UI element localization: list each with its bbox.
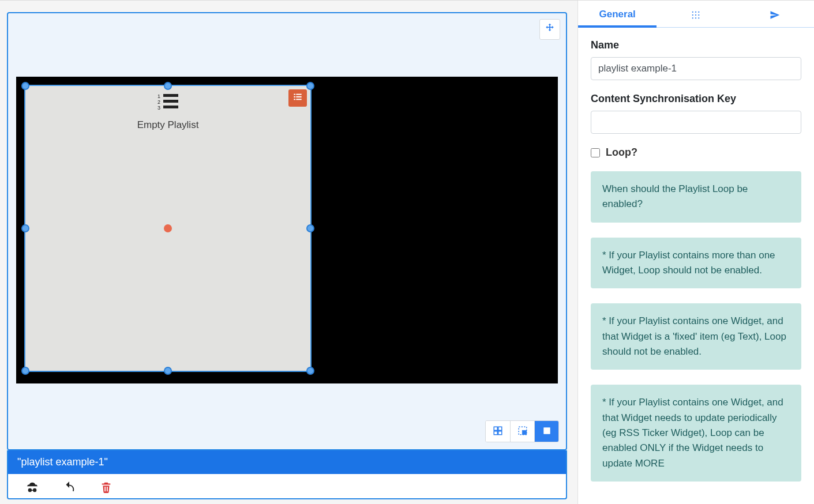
svg-rect-5 — [296, 99, 301, 100]
view-grid-button[interactable] — [486, 421, 510, 442]
grid-dots-icon — [691, 9, 701, 20]
name-input[interactable] — [591, 57, 801, 80]
tab-general[interactable]: General — [578, 1, 657, 27]
svg-rect-17 — [522, 430, 527, 435]
svg-rect-14 — [494, 431, 497, 434]
svg-text:2: 2 — [157, 99, 160, 105]
svg-rect-15 — [498, 431, 502, 434]
svg-rect-7 — [163, 94, 178, 97]
region-type-badge — [288, 89, 307, 107]
trash-icon — [100, 481, 112, 495]
svg-rect-18 — [543, 427, 550, 434]
resize-handle-bl[interactable] — [21, 367, 29, 375]
svg-point-22 — [692, 14, 693, 15]
action-toolbar — [7, 474, 567, 499]
loop-checkbox[interactable] — [591, 148, 600, 157]
tab-general-label: General — [599, 9, 636, 20]
svg-rect-2 — [294, 96, 295, 97]
resize-handle-br[interactable] — [306, 367, 314, 375]
marquee-icon — [517, 426, 528, 438]
resize-handle-tr[interactable] — [306, 82, 314, 90]
svg-point-24 — [699, 14, 700, 15]
square-icon — [542, 426, 552, 438]
svg-point-21 — [699, 11, 700, 12]
hint-1: * If your Playlist contains more than on… — [591, 238, 801, 289]
svg-rect-13 — [498, 427, 502, 430]
name-label: Name — [591, 39, 801, 51]
region-center-dot — [164, 224, 172, 232]
hint-2: * If your Playlist contains one Widget, … — [591, 303, 801, 370]
form-body: Name Content Synchronisation Key Loop? W… — [578, 28, 814, 504]
sync-key-group: Content Synchronisation Key — [591, 93, 801, 134]
grid-icon — [493, 426, 503, 438]
loop-group: Loop? — [591, 146, 801, 159]
move-handle-button[interactable] — [539, 19, 560, 40]
svg-rect-11 — [163, 106, 178, 108]
loop-label: Loop? — [606, 146, 637, 159]
move-icon — [544, 22, 556, 36]
svg-rect-12 — [494, 427, 497, 430]
stage[interactable]: 1 2 3 Empty Playlist — [16, 77, 558, 383]
svg-rect-1 — [296, 94, 301, 95]
editor-pane: 1 2 3 Empty Playlist — [0, 1, 577, 504]
svg-point-26 — [695, 17, 696, 18]
canvas-frame: 1 2 3 Empty Playlist — [7, 12, 567, 450]
svg-text:3: 3 — [157, 105, 160, 111]
region-label: Empty Playlist — [137, 119, 199, 131]
svg-rect-0 — [294, 94, 295, 95]
resize-handle-mr[interactable] — [306, 224, 314, 232]
selection-title-bar: "playlist example-1" — [7, 450, 567, 474]
properties-panel: General Name Content Synchronisation Key… — [577, 1, 814, 504]
name-group: Name — [591, 39, 801, 80]
undo-button[interactable] — [61, 480, 77, 496]
svg-rect-3 — [296, 96, 301, 97]
svg-text:1: 1 — [157, 93, 160, 99]
view-fill-button[interactable] — [534, 421, 558, 442]
permissions-button[interactable] — [24, 480, 40, 496]
svg-point-27 — [699, 17, 700, 18]
svg-rect-4 — [294, 99, 295, 100]
resize-handle-tl[interactable] — [21, 82, 29, 90]
undo-icon — [63, 481, 76, 495]
view-select-button[interactable] — [510, 421, 534, 442]
svg-point-20 — [695, 11, 696, 12]
sync-key-label: Content Synchronisation Key — [591, 93, 801, 105]
resize-handle-bm[interactable] — [164, 367, 172, 375]
sync-key-input[interactable] — [591, 111, 801, 134]
view-switch — [485, 420, 559, 442]
properties-tabs: General — [578, 1, 814, 28]
send-icon — [770, 9, 780, 20]
svg-rect-9 — [163, 100, 178, 103]
ordered-list-icon: 1 2 3 — [156, 93, 179, 111]
resize-handle-ml[interactable] — [21, 224, 29, 232]
spy-icon — [26, 481, 39, 495]
hint-0: When should the Playlist Loop be enabled… — [591, 171, 801, 223]
svg-point-25 — [692, 17, 693, 18]
list-icon — [292, 92, 303, 104]
svg-point-23 — [695, 14, 696, 15]
playlist-region[interactable]: 1 2 3 Empty Playlist — [24, 85, 312, 372]
selection-title: "playlist example-1" — [17, 456, 108, 468]
tab-positioning[interactable] — [657, 1, 735, 27]
tab-transitions[interactable] — [736, 1, 814, 27]
svg-point-19 — [692, 11, 693, 12]
delete-button[interactable] — [98, 480, 114, 496]
resize-handle-tm[interactable] — [164, 82, 172, 90]
hint-3: * If your Playlist contains one Widget, … — [591, 385, 801, 482]
stage-wrap: 1 2 3 Empty Playlist — [16, 77, 558, 441]
